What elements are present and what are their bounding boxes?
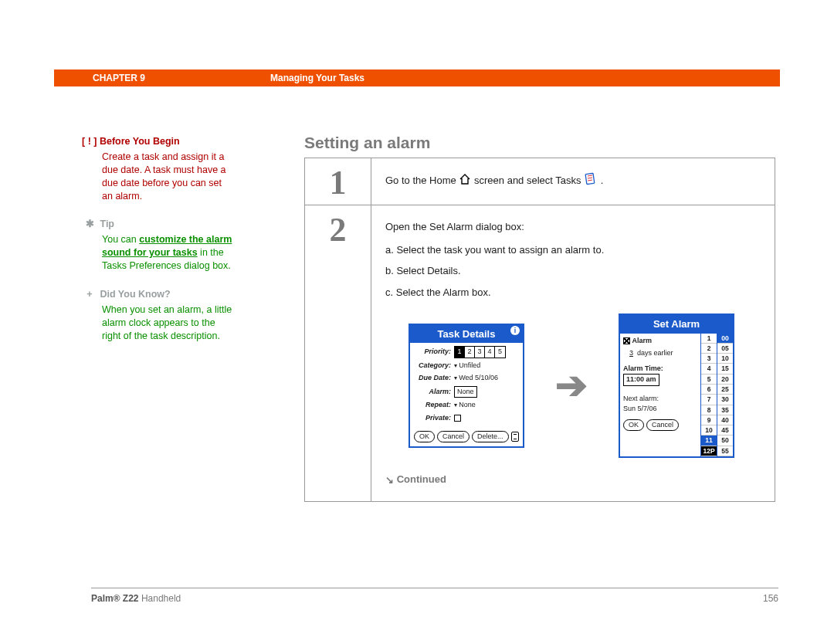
minute-picker[interactable]: 000510152025303540455055 <box>717 334 733 457</box>
step-1-number: 1 <box>305 158 371 205</box>
step-1-body: Go to the Home screen and select Tasks . <box>371 158 775 205</box>
tip-body: You can customize the alarm sound for yo… <box>102 233 232 273</box>
due-date-dropdown[interactable]: Wed 5/10/06 <box>454 373 498 384</box>
chapter-label: CHAPTER 9 <box>93 73 145 83</box>
screenshots-row: Task Details i Priority: 1 2 3 <box>409 314 756 458</box>
step-1-row: 1 Go to the Home screen and select Tasks… <box>305 158 775 205</box>
continued-indicator: ↘ Continued <box>385 472 756 487</box>
private-checkbox[interactable] <box>454 415 461 422</box>
note-icon[interactable] <box>511 432 519 442</box>
alarm-time-box[interactable]: 11:00 am <box>623 374 659 386</box>
category-dropdown[interactable]: Unfiled <box>454 361 480 371</box>
ok-button[interactable]: OK <box>623 419 644 431</box>
alarm-box-button[interactable]: None <box>454 386 477 398</box>
page-title: Setting an alarm <box>304 134 430 152</box>
product-name: Palm® Z22 Handheld <box>91 593 181 604</box>
continued-arrow-icon: ↘ <box>385 473 394 488</box>
tip-heading: ✱ Tip <box>82 218 232 231</box>
step-2-row: 2 Open the Set Alarm dialog box: a. Sele… <box>305 205 775 501</box>
task-details-title: Task Details i <box>409 324 524 344</box>
did-you-know-heading: + Did You Know? <box>82 288 232 301</box>
chapter-header: CHAPTER 9 Managing Your Tasks <box>54 69 780 86</box>
step-2-body: Open the Set Alarm dialog box: a. Select… <box>371 205 775 501</box>
delete-button[interactable]: Delete... <box>472 431 509 442</box>
arrow-right-icon: ➔ <box>555 357 588 415</box>
page-number: 156 <box>763 593 778 604</box>
did-you-know-body: When you set an alarm, a little alarm cl… <box>102 303 232 343</box>
asterisk-icon: ✱ <box>82 218 97 231</box>
home-icon <box>459 173 471 190</box>
plus-icon: + <box>82 288 97 301</box>
hour-picker[interactable]: 123456789101112P <box>700 334 717 457</box>
repeat-dropdown[interactable]: None <box>454 400 476 411</box>
tasks-app-icon <box>584 172 598 191</box>
before-you-begin-heading: [ ! ] Before You Begin <box>82 135 232 148</box>
sidebar: [ ! ] Before You Begin Create a task and… <box>82 135 232 342</box>
ok-button[interactable]: OK <box>414 431 435 442</box>
steps-table: 1 Go to the Home screen and select Tasks… <box>304 158 775 502</box>
cancel-button[interactable]: Cancel <box>437 431 470 442</box>
priority-selector[interactable]: 1 2 3 4 5 <box>454 346 506 358</box>
section-label: Managing Your Tasks <box>270 73 364 83</box>
cancel-button[interactable]: Cancel <box>646 419 679 431</box>
set-alarm-title: Set Alarm <box>619 314 734 334</box>
page-footer: Palm® Z22 Handheld 156 <box>91 588 778 604</box>
task-details-window: Task Details i Priority: 1 2 3 <box>409 324 524 449</box>
days-earlier-field[interactable]: 3 <box>629 349 633 357</box>
alarm-checkbox[interactable] <box>623 337 630 344</box>
svg-rect-0 <box>585 173 595 184</box>
step-2-number: 2 <box>305 205 371 501</box>
set-alarm-window: Set Alarm Alarm 3 days earlier Alarm Tim… <box>619 314 734 458</box>
info-icon[interactable]: i <box>510 326 520 335</box>
before-you-begin-body: Create a task and assign it a due date. … <box>102 151 232 203</box>
